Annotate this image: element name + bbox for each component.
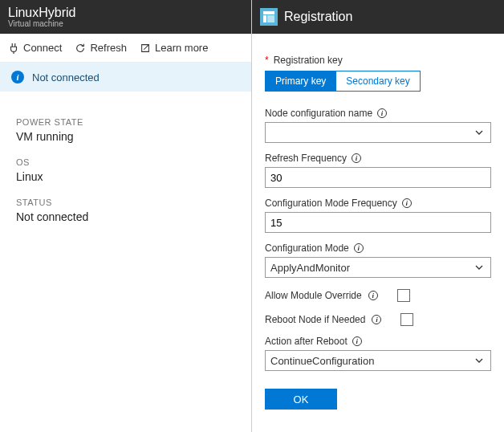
refresh-button[interactable]: Refresh	[75, 42, 127, 54]
info-icon[interactable]: i	[354, 243, 364, 253]
registration-title: Registration	[284, 10, 352, 24]
chevron-down-icon	[474, 356, 484, 365]
status-label: STATUS	[16, 198, 235, 207]
svg-rect-0	[263, 11, 274, 14]
refresh-frequency-label: Refresh Frequency i	[265, 153, 491, 164]
registration-body: * Registration key Primary key Secondary…	[252, 34, 504, 432]
allow-override-checkbox[interactable]	[397, 289, 410, 302]
config-mode-frequency-input[interactable]	[265, 212, 491, 233]
vm-blade: LinuxHybrid Virtual machine Connect Refr…	[0, 0, 252, 432]
allow-override-label: Allow Module Override	[265, 290, 362, 301]
vm-body: POWER STATE VM running OS Linux STATUS N…	[0, 92, 251, 432]
info-icon: i	[11, 71, 24, 84]
node-config-label: Node configuration name i	[265, 108, 491, 119]
config-mode-label: Configuration Mode i	[265, 242, 491, 254]
registration-header: Registration	[252, 0, 504, 34]
allow-override-row: Allow Module Override i	[265, 289, 491, 302]
vm-toolbar: Connect Refresh Learn more	[0, 34, 251, 63]
power-state-value: VM running	[16, 130, 235, 143]
connect-button[interactable]: Connect	[8, 42, 62, 54]
chevron-down-icon	[474, 128, 484, 137]
reboot-checkbox[interactable]	[400, 313, 413, 326]
action-after-reboot-select[interactable]: ContinueConfiguration	[265, 350, 491, 371]
chevron-down-icon	[474, 263, 484, 272]
node-config-select[interactable]	[265, 122, 491, 143]
registration-key-label: * Registration key	[265, 55, 491, 66]
svg-rect-2	[267, 15, 274, 22]
vm-subtitle: Virtual machine	[8, 19, 75, 28]
connection-notice: i Not connected	[0, 63, 251, 92]
info-icon[interactable]: i	[372, 315, 381, 324]
registration-key-segment: Primary key Secondary key	[265, 71, 421, 92]
config-mode-value: ApplyAndMonitor	[270, 262, 350, 274]
reboot-row: Reboot Node if Needed i	[265, 313, 491, 326]
status-value: Not connected	[16, 210, 235, 223]
os-label: OS	[16, 157, 235, 167]
svg-rect-1	[263, 15, 266, 22]
info-icon[interactable]: i	[402, 198, 412, 208]
info-icon[interactable]: i	[352, 153, 361, 163]
secondary-key-button[interactable]: Secondary key	[335, 71, 419, 91]
reboot-label: Reboot Node if Needed	[265, 314, 365, 325]
learn-more-label: Learn more	[155, 42, 208, 54]
config-mode-frequency-label: Configuration Mode Frequency i	[265, 198, 491, 209]
required-marker: *	[265, 55, 269, 66]
power-state-label: POWER STATE	[16, 117, 235, 127]
learn-more-link[interactable]: Learn more	[140, 42, 208, 54]
refresh-label: Refresh	[90, 42, 127, 54]
refresh-frequency-input[interactable]	[265, 167, 491, 188]
external-link-icon	[140, 43, 151, 54]
info-icon[interactable]: i	[368, 291, 378, 300]
notice-text: Not connected	[32, 71, 100, 84]
ok-button[interactable]: OK	[265, 389, 337, 410]
header-title-block: LinuxHybrid Virtual machine	[8, 6, 75, 29]
registration-blade: Registration * Registration key Primary …	[252, 0, 504, 432]
action-after-reboot-label: Action after Reboot i	[265, 336, 491, 347]
plug-icon	[8, 43, 19, 54]
action-after-reboot-value: ContinueConfiguration	[270, 355, 374, 367]
info-icon[interactable]: i	[377, 108, 387, 118]
primary-key-button[interactable]: Primary key	[266, 71, 335, 91]
refresh-icon	[75, 43, 86, 54]
os-value: Linux	[16, 170, 235, 183]
config-mode-select[interactable]: ApplyAndMonitor	[265, 257, 491, 278]
blade-icon	[260, 8, 278, 26]
vm-title: LinuxHybrid	[8, 6, 75, 20]
connect-label: Connect	[23, 42, 62, 54]
vm-blade-header: LinuxHybrid Virtual machine	[0, 0, 251, 34]
info-icon[interactable]: i	[352, 336, 362, 346]
